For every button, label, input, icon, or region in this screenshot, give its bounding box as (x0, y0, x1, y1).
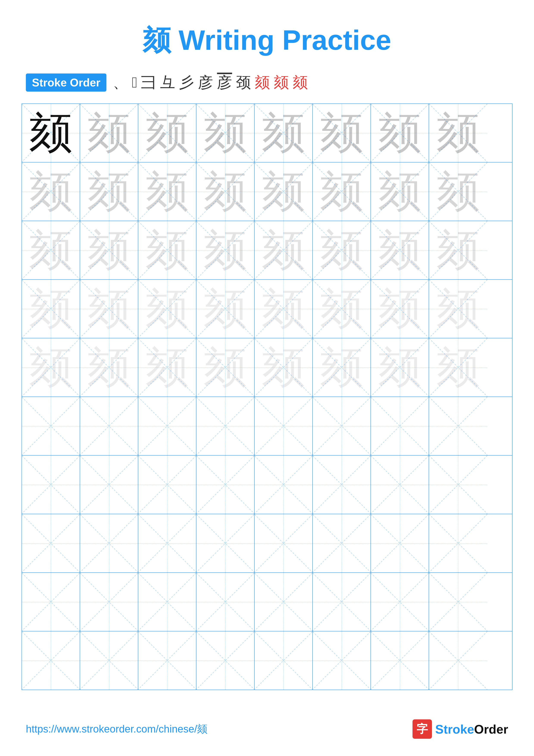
grid-cell[interactable] (429, 514, 487, 572)
grid-cell[interactable] (313, 514, 371, 572)
grid-cell[interactable] (371, 573, 429, 631)
svg-line-124 (371, 514, 429, 572)
svg-line-121 (255, 514, 312, 572)
grid-cell[interactable] (138, 514, 196, 572)
grid-cell[interactable]: 颏 (22, 104, 80, 162)
grid-cell[interactable]: 颏 (196, 221, 255, 279)
grid-cell[interactable] (196, 573, 255, 631)
grid-cell[interactable]: 颏 (429, 162, 487, 221)
grid-cell[interactable] (255, 514, 313, 572)
grid-cell[interactable] (22, 573, 80, 631)
practice-char: 颏 (88, 346, 131, 389)
practice-char: 颏 (262, 346, 305, 389)
grid-cell[interactable] (22, 632, 80, 689)
grid-cell[interactable] (313, 573, 371, 631)
grid-cell[interactable]: 颏 (313, 104, 371, 162)
grid-cell[interactable] (429, 573, 487, 631)
grid-cell[interactable]: 颏 (22, 162, 80, 221)
svg-line-136 (255, 573, 312, 631)
grid-cell[interactable]: 颏 (429, 280, 487, 338)
grid-cell[interactable]: 颏 (80, 162, 138, 221)
grid-cell[interactable]: 颏 (138, 338, 196, 396)
grid-cell[interactable] (196, 397, 255, 455)
grid-cell[interactable]: 颏 (196, 280, 255, 338)
grid-row (22, 456, 512, 514)
practice-char: 颏 (378, 346, 421, 389)
grid-cell[interactable] (371, 456, 429, 514)
grid-cell[interactable] (313, 397, 371, 455)
grid-cell[interactable]: 颏 (313, 221, 371, 279)
grid-cell[interactable] (371, 514, 429, 572)
practice-char: 颏 (378, 111, 421, 154)
grid-cell[interactable]: 颏 (80, 338, 138, 396)
grid-cell[interactable]: 颏 (80, 221, 138, 279)
grid-cell[interactable]: 颏 (255, 280, 313, 338)
grid-cell[interactable]: 颏 (196, 162, 255, 221)
grid-cell[interactable] (371, 397, 429, 455)
grid-cell[interactable] (313, 456, 371, 514)
grid-cell[interactable] (255, 632, 313, 689)
grid-cell[interactable]: 颏 (429, 104, 487, 162)
grid-cell[interactable]: 颏 (371, 280, 429, 338)
grid-cell[interactable] (196, 632, 255, 689)
grid-cell[interactable]: 颏 (255, 162, 313, 221)
grid-cell[interactable] (255, 573, 313, 631)
grid-cell[interactable]: 颏 (429, 338, 487, 396)
grid-cell[interactable] (313, 632, 371, 689)
grid-cell[interactable] (138, 573, 196, 631)
grid-cell[interactable]: 颏 (313, 162, 371, 221)
grid-cell[interactable]: 颏 (313, 338, 371, 396)
grid-cell[interactable] (196, 456, 255, 514)
grid-cell[interactable] (80, 514, 138, 572)
grid-cell[interactable]: 颏 (138, 280, 196, 338)
grid-cell[interactable]: 颏 (429, 221, 487, 279)
grid-cell[interactable] (371, 632, 429, 689)
grid-cell[interactable] (22, 456, 80, 514)
practice-char: 颏 (262, 287, 305, 330)
grid-cell[interactable] (80, 573, 138, 631)
grid-cell[interactable] (255, 397, 313, 455)
grid-cell[interactable] (80, 456, 138, 514)
svg-line-93 (371, 397, 429, 455)
grid-cell[interactable] (138, 456, 196, 514)
grid-cell[interactable] (429, 397, 487, 455)
grid-cell[interactable]: 颏 (80, 104, 138, 162)
grid-cell[interactable] (22, 514, 80, 572)
grid-cell[interactable]: 颏 (255, 104, 313, 162)
grid-cell[interactable]: 颏 (22, 221, 80, 279)
grid-cell[interactable]: 颏 (255, 221, 313, 279)
practice-char: 颏 (378, 170, 421, 213)
grid-cell[interactable]: 颏 (22, 338, 80, 396)
grid-cell[interactable] (429, 456, 487, 514)
grid-cell[interactable] (429, 632, 487, 689)
grid-cell[interactable]: 颏 (22, 280, 80, 338)
grid-cell[interactable] (138, 397, 196, 455)
grid-cell[interactable]: 颏 (138, 162, 196, 221)
svg-line-152 (255, 632, 312, 689)
grid-cell[interactable]: 颏 (371, 221, 429, 279)
grid-cell[interactable]: 颏 (371, 162, 429, 221)
grid-cell[interactable]: 颏 (371, 338, 429, 396)
grid-cell[interactable]: 颏 (255, 338, 313, 396)
grid-cell[interactable] (255, 456, 313, 514)
grid-cell[interactable]: 颏 (138, 104, 196, 162)
grid-cell[interactable]: 颏 (196, 338, 255, 396)
svg-line-99 (80, 456, 138, 514)
practice-char: 颏 (204, 111, 247, 154)
svg-line-153 (255, 632, 312, 689)
grid-cell[interactable]: 颏 (313, 280, 371, 338)
svg-line-159 (429, 632, 487, 689)
grid-cell[interactable] (80, 632, 138, 689)
stroke-10: 颏 (274, 72, 289, 93)
grid-cell[interactable] (80, 397, 138, 455)
practice-char: 颏 (262, 170, 305, 213)
svg-line-158 (429, 632, 487, 689)
grid-cell[interactable]: 颏 (196, 104, 255, 162)
grid-cell[interactable]: 颏 (80, 280, 138, 338)
svg-line-143 (429, 573, 487, 631)
grid-cell[interactable] (138, 632, 196, 689)
grid-cell[interactable] (22, 397, 80, 455)
grid-cell[interactable]: 颏 (371, 104, 429, 162)
grid-cell[interactable] (196, 514, 255, 572)
grid-cell[interactable]: 颏 (138, 221, 196, 279)
